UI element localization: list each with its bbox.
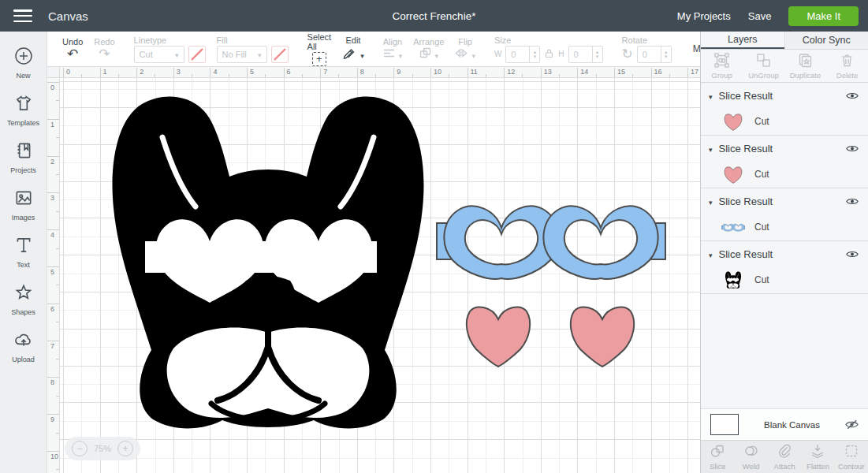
visibility-eye-icon[interactable] xyxy=(846,91,859,100)
menu-icon[interactable] xyxy=(13,9,32,22)
caret-down-icon xyxy=(399,47,403,61)
weld-button[interactable]: Weld xyxy=(734,441,767,473)
layer-group-header[interactable]: Slice Result xyxy=(701,241,868,266)
attach-button[interactable]: Attach xyxy=(768,441,801,473)
sidebar-item-new[interactable]: New xyxy=(0,39,47,87)
edit-button[interactable]: Edit xyxy=(337,35,370,63)
redo-button[interactable]: Redo ↷ xyxy=(88,37,120,61)
collapse-caret-icon[interactable] xyxy=(709,141,713,155)
my-projects-link[interactable]: My Projects xyxy=(677,10,731,22)
canvas-color-swatch[interactable] xyxy=(710,414,739,435)
layer-group-header[interactable]: Slice Result xyxy=(701,83,868,108)
zoom-in-button[interactable]: + xyxy=(117,441,133,456)
sidebar-item-upload[interactable]: Upload xyxy=(0,323,47,371)
ruler-corner xyxy=(47,67,60,78)
redo-icon: ↷ xyxy=(99,47,110,61)
trash-icon xyxy=(840,53,855,69)
duplicate-button[interactable]: Duplicate xyxy=(784,50,826,82)
heart-glasses-shape[interactable] xyxy=(436,199,666,281)
make-it-button[interactable]: Make It xyxy=(788,6,859,26)
sidebar-item-shapes[interactable]: Shapes xyxy=(0,276,47,323)
layer-item[interactable]: Cut xyxy=(701,108,868,135)
arrange-button[interactable]: Arrange xyxy=(408,37,449,61)
flatten-button[interactable]: Flatten xyxy=(801,441,834,473)
frenchie-head-shape[interactable] xyxy=(101,88,435,430)
visibility-eye-icon[interactable] xyxy=(846,250,859,259)
zoom-level: 75% xyxy=(94,444,111,453)
flatten-label: Flatten xyxy=(807,462,829,471)
rotate-group: Rotate ↻ 0 ▲▼ xyxy=(617,35,677,63)
linetype-group: Linetype Cut xyxy=(129,35,211,63)
duplicate-label: Duplicate xyxy=(790,71,821,80)
layer-item[interactable]: Cut xyxy=(701,266,868,293)
sidebar-item-text[interactable]: Text xyxy=(0,229,47,276)
canvas-grid: − 75% + xyxy=(60,78,700,473)
sidebar-item-label: Shapes xyxy=(11,308,35,316)
undo-button[interactable]: Undo ↶ xyxy=(57,37,88,61)
topbar: Canvas Correct Frenchie* My Projects Sav… xyxy=(0,0,868,32)
group-button[interactable]: Group xyxy=(701,50,743,82)
save-link[interactable]: Save xyxy=(748,10,772,22)
height-value: 0 xyxy=(569,47,592,62)
pencil-icon xyxy=(342,46,356,63)
layer-group-header[interactable]: Slice Result xyxy=(701,136,868,161)
ungroup-label: UnGroup xyxy=(748,71,779,80)
visibility-eye-icon[interactable] xyxy=(846,144,859,153)
delete-button[interactable]: Delete xyxy=(826,50,868,82)
linetype-color-swatch[interactable] xyxy=(188,46,206,63)
collapse-caret-icon[interactable] xyxy=(709,88,713,102)
sidebar-item-images[interactable]: Images xyxy=(0,181,47,229)
blank-canvas-row: Blank Canvas xyxy=(701,408,868,440)
slice-button[interactable]: Slice xyxy=(701,441,734,473)
project-title: Correct Frenchie* xyxy=(393,10,476,22)
caret-down-icon xyxy=(435,47,439,61)
layer-thumbnail-blue-glasses xyxy=(721,223,745,232)
slice-icon xyxy=(710,443,725,460)
panel-tabs: Layers Color Sync xyxy=(701,32,868,50)
select-all-button[interactable]: Select All xyxy=(302,32,337,66)
layer-item-label: Cut xyxy=(754,274,769,285)
arrange-label: Arrange xyxy=(413,37,444,47)
rotate-stepper[interactable]: ▲▼ xyxy=(661,47,671,62)
caret-down-icon xyxy=(258,50,262,59)
linetype-dropdown[interactable]: Cut xyxy=(134,46,184,63)
ruler-vertical: 012345678910 xyxy=(47,78,60,473)
width-input[interactable]: 0 ▲▼ xyxy=(505,46,540,63)
layer-group-header[interactable]: Slice Result xyxy=(701,188,868,214)
sidebar-item-projects[interactable]: Projects xyxy=(0,134,47,181)
select-all-label: Select All xyxy=(307,32,332,51)
layer-item[interactable]: Cut xyxy=(701,161,868,188)
flip-button[interactable]: Flip xyxy=(449,37,481,61)
layer-thumbnail-pink-heart xyxy=(721,166,745,184)
zoom-out-button[interactable]: − xyxy=(72,441,88,456)
layer-item[interactable]: Cut xyxy=(701,214,868,240)
flatten-icon xyxy=(810,443,825,460)
height-input[interactable]: 0 ▲▼ xyxy=(568,46,603,63)
pink-heart-shape-right[interactable] xyxy=(568,302,637,368)
fill-color-swatch[interactable] xyxy=(271,46,289,63)
tab-layers[interactable]: Layers xyxy=(701,32,784,49)
combine-toolbar: Slice Weld Attach Flatten Contour xyxy=(701,440,868,473)
align-button[interactable]: Align xyxy=(378,37,408,61)
collapse-caret-icon[interactable] xyxy=(709,247,713,261)
ungroup-button[interactable]: UnGroup xyxy=(743,50,784,82)
contour-button[interactable]: Contour xyxy=(835,441,868,473)
lock-icon[interactable] xyxy=(544,47,554,61)
sidebar-item-label: Upload xyxy=(12,356,35,363)
height-stepper[interactable]: ▲▼ xyxy=(592,47,602,62)
arrange-icon xyxy=(419,47,431,61)
fill-dropdown[interactable]: No Fill xyxy=(217,46,267,63)
layer-item-label: Cut xyxy=(754,116,769,127)
rotate-input[interactable]: 0 ▲▼ xyxy=(637,46,672,63)
tab-color-sync[interactable]: Color Sync xyxy=(784,32,868,49)
sidebar-item-templates[interactable]: Templates xyxy=(0,87,47,134)
align-icon xyxy=(383,47,395,61)
group-icon xyxy=(714,53,729,69)
collapse-caret-icon[interactable] xyxy=(709,194,713,208)
rotate-value: 0 xyxy=(638,47,661,62)
pink-heart-shape-left[interactable] xyxy=(464,302,533,368)
width-stepper[interactable]: ▲▼ xyxy=(529,47,539,62)
layer-group-title: Slice Result xyxy=(719,90,773,102)
visibility-eye-icon[interactable] xyxy=(846,197,859,206)
visibility-eye-off-icon[interactable] xyxy=(845,419,859,430)
